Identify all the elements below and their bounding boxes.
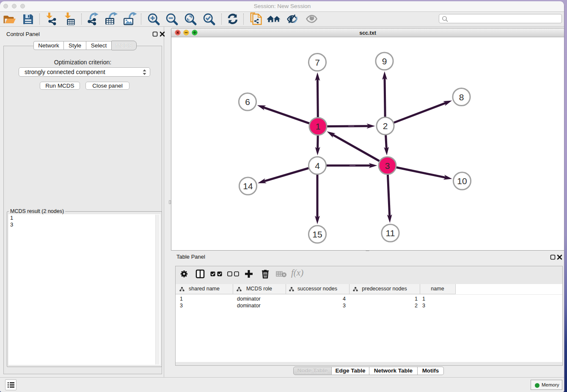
svg-text:7: 7 <box>315 58 320 67</box>
svg-text:2: 2 <box>383 121 388 131</box>
svg-text:4: 4 <box>315 161 320 171</box>
svg-text:14: 14 <box>243 181 253 191</box>
svg-text:10: 10 <box>457 176 467 186</box>
svg-text:9: 9 <box>382 56 387 66</box>
svg-text:6: 6 <box>245 97 250 107</box>
svg-text:1: 1 <box>316 121 321 131</box>
svg-text:15: 15 <box>312 229 322 239</box>
svg-text:11: 11 <box>386 228 395 238</box>
svg-text:8: 8 <box>459 92 464 102</box>
svg-text:3: 3 <box>385 161 390 171</box>
